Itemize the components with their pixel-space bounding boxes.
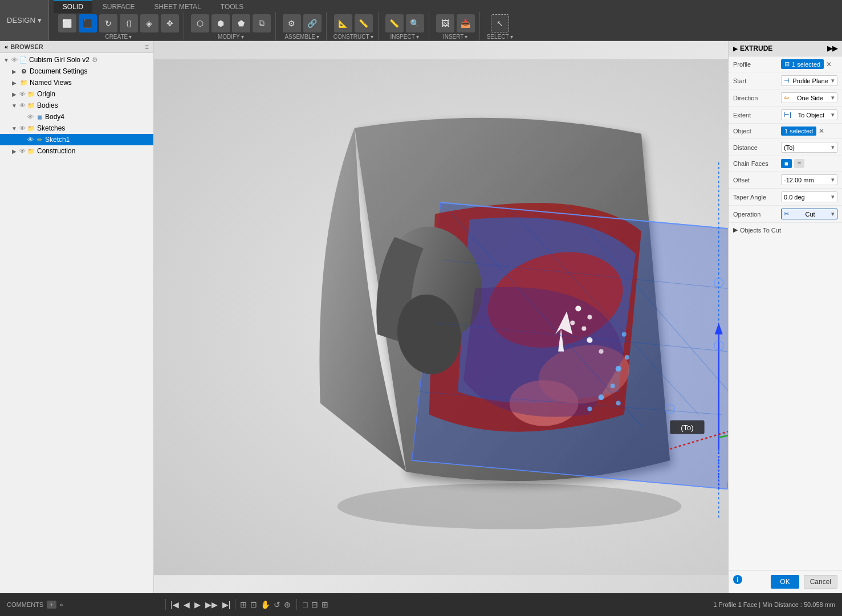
extent-value: To Object [798,112,824,119]
operation-arrow: ▾ [831,210,835,218]
comments-collapse[interactable]: » [60,601,63,608]
cancel-button[interactable]: Cancel [804,575,837,589]
separator2 [235,599,235,610]
offset-input[interactable]: -12.00 mm ▾ [781,174,837,185]
distance-dropdown[interactable]: (To) ▾ [781,142,837,153]
direction-value: One Side [797,95,823,101]
tree-item-named-views[interactable]: ▶ 📁 Named Views [0,77,153,88]
svg-point-16 [599,349,604,354]
construct-icon2[interactable]: 📏 [355,14,373,32]
chain-faces-active-btn[interactable]: ■ [781,159,792,168]
extent-dropdown[interactable]: ⊢| To Object ▾ [781,109,837,120]
design-label: DESIGN [7,16,35,25]
object-clear-button[interactable]: ✕ [817,127,825,135]
toolbar-group-construct[interactable]: 📐 📏 CONSTRUCT ▾ [329,12,379,42]
svg-point-11 [575,305,581,311]
tree-item-sketch1[interactable]: 👁 ✏ Sketch1 [0,134,153,145]
browser-menu-icon[interactable]: ≡ [145,43,149,50]
modify-icon3[interactable]: ⬟ [232,14,250,32]
orbit-icon[interactable]: ↺ [274,600,280,609]
objects-to-cut-label: Objects To Cut [740,227,781,234]
ok-button[interactable]: OK [771,575,799,589]
tree-item-root[interactable]: ▼ 👁 📄 Cubism Girl Solo v2 ⚙ [0,54,153,66]
extrude-expand-icon[interactable]: ▶ [733,46,738,52]
revolve-icon[interactable]: ↻ [99,14,117,32]
zoom-icon[interactable]: ⊕ [284,600,291,609]
extrude-icon[interactable]: ⬛ [79,14,97,32]
design-button[interactable]: DESIGN ▾ [0,0,49,40]
info-icon[interactable]: i [733,575,742,584]
toolbar-group-modify[interactable]: ⬡ ⬢ ⬟ ⧉ MODIFY ▾ [186,12,276,42]
toolbar-group-assemble[interactable]: ⚙ 🔗 ASSEMBLE ▾ [278,12,327,42]
loft-icon[interactable]: ◈ [140,14,158,32]
display-icon3[interactable]: ⊞ [322,600,328,609]
modify-icon2[interactable]: ⬢ [211,14,230,32]
playback-play[interactable]: ▶ [194,600,201,609]
objects-to-cut-row[interactable]: ▶ Objects To Cut [729,223,842,237]
object-label: Object [733,128,779,134]
svg-point-1 [337,483,682,529]
comments-section[interactable]: COMMENTS + » [7,601,161,609]
inspect-icon2[interactable]: 🔍 [406,14,424,32]
extrude-title: EXTRUDE [740,44,772,52]
tree-item-origin[interactable]: ▶ 👁 📁 Origin [0,88,153,100]
tree-item-construction[interactable]: ▶ 👁 📁 Construction [0,145,153,157]
profile-clear-button[interactable]: ✕ [825,60,833,68]
construct-icon1[interactable]: 📐 [334,14,352,32]
tree-item-doc-settings[interactable]: ▶ ⚙ Document Settings [0,66,153,77]
tree-item-body4[interactable]: 👁 ◼ Body4 [0,111,153,123]
eye-icon[interactable]: 👁 [11,56,18,63]
move-icon[interactable]: ✥ [161,14,179,32]
toolbar-group-create[interactable]: ⬜ ⬛ ↻ ⟨⟩ ◈ ✥ CREATE ▾ [54,12,184,42]
toolbar-group-insert[interactable]: 🖼 📥 INSERT ▾ [432,12,480,42]
insert-icon2[interactable]: 📥 [457,14,475,32]
pan-icon[interactable]: ✋ [261,600,270,609]
taper-input[interactable]: 0.0 deg ▾ [781,191,837,202]
create-new-icon[interactable]: ⬜ [58,14,76,32]
comments-add-icon[interactable]: + [47,601,56,609]
display-icon1[interactable]: □ [303,600,307,609]
toolbar-group-inspect[interactable]: 📏 🔍 INSPECT ▾ [381,12,429,42]
assemble-icon1[interactable]: ⚙ [283,14,301,32]
playback-skip-start[interactable]: |◀ [170,600,179,609]
expand-icon[interactable]: ▼ [2,57,10,63]
distance-arrow: ▾ [831,144,835,151]
snap-icon[interactable]: ⊡ [250,600,257,609]
inspect-icon1[interactable]: 📏 [385,14,404,32]
chain-faces-controls: ■ ≡ [781,159,804,168]
operation-label: Operation [733,211,779,218]
separator3 [296,599,297,610]
start-dropdown[interactable]: ⊣ Profile Plane ▾ [781,75,837,86]
svg-point-17 [616,366,621,372]
playback-fast-forward[interactable]: ▶▶ [205,600,218,609]
sweep-icon[interactable]: ⟨⟩ [120,14,138,32]
modify-icon1[interactable]: ⬡ [191,14,209,32]
chain-faces-inactive-btn[interactable]: ≡ [794,159,804,168]
select-icon[interactable]: ↖ [491,14,509,32]
insert-icon1[interactable]: 🖼 [436,14,454,32]
assemble-icon2[interactable]: 🔗 [303,14,322,32]
display-icon2[interactable]: ⊟ [311,600,318,609]
direction-dropdown[interactable]: ⇦ One Side ▾ [781,92,837,103]
extrude-row-distance: Distance (To) ▾ [729,139,842,156]
start-value: Profile Plane [792,77,828,84]
modify-label: MODIFY [218,34,240,40]
inspect-label: INSPECT [390,34,414,40]
separator1 [165,599,166,610]
extrude-close-icon[interactable]: ▶▶ [827,44,837,52]
tree-item-sketches[interactable]: ▼ 👁 📁 Sketches [0,123,153,134]
object-selected-badge[interactable]: 1 selected [781,127,816,136]
grid-icon[interactable]: ⊞ [240,600,247,609]
modify-icon4[interactable]: ⧉ [253,14,271,32]
direction-arrow: ▾ [831,94,835,101]
playback-prev[interactable]: ◀ [184,600,190,609]
tree-item-bodies[interactable]: ▼ 👁 📁 Bodies [0,100,153,111]
toolbar-group-select[interactable]: ↖ SELECT ▾ [482,12,518,42]
tree-item-label: Body4 [45,113,64,121]
browser-collapse-icon[interactable]: « [5,43,8,50]
playback-skip-end[interactable]: ▶| [222,600,231,609]
profile-selected-badge[interactable]: ⊞ 1 selected [781,59,824,69]
extrude-row-taper: Taper Angle 0.0 deg ▾ [729,189,842,206]
operation-dropdown[interactable]: ✂ Cut ▾ [781,209,837,219]
tree-item-label: Origin [37,90,55,98]
